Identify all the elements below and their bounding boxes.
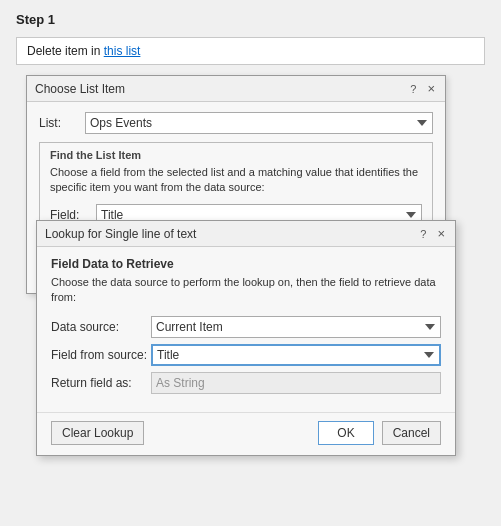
choose-dialog-title: Choose List Item	[35, 82, 125, 96]
data-source-label: Data source:	[51, 320, 151, 334]
lookup-dialog: Lookup for Single line of text ? × Field…	[36, 220, 456, 456]
data-source-select[interactable]: Current Item	[151, 316, 441, 338]
return-field-label: Return field as:	[51, 376, 151, 390]
delete-bar: Delete item in this list	[16, 37, 485, 65]
cancel-button[interactable]: Cancel	[382, 421, 441, 445]
lookup-dialog-footer: Clear Lookup OK Cancel	[37, 412, 455, 455]
list-select[interactable]: Ops Events	[85, 112, 433, 134]
lookup-dialog-body: Field Data to Retrieve Choose the data s…	[37, 247, 455, 412]
lookup-section-title: Field Data to Retrieve	[51, 257, 441, 271]
choose-dialog-help-button[interactable]: ?	[407, 83, 419, 95]
find-section-desc: Choose a field from the selected list an…	[50, 165, 422, 196]
lookup-dialog-close-button[interactable]: ×	[435, 226, 447, 241]
field-from-source-label: Field from source:	[51, 348, 151, 362]
choose-dialog-titlebar: Choose List Item ? ×	[27, 76, 445, 102]
clear-lookup-button[interactable]: Clear Lookup	[51, 421, 144, 445]
return-field-row: Return field as: As String	[51, 372, 441, 394]
footer-right-buttons: OK Cancel	[318, 421, 441, 445]
ok-button[interactable]: OK	[318, 421, 373, 445]
lookup-dialog-title: Lookup for Single line of text	[45, 227, 196, 241]
return-field-select[interactable]: As String	[151, 372, 441, 394]
list-label: List:	[39, 116, 85, 130]
step-panel: Step 1 Delete item in this list Choose L…	[0, 0, 501, 526]
step-title: Step 1	[16, 12, 485, 27]
list-field-row: List: Ops Events	[39, 112, 433, 134]
this-list-link[interactable]: this list	[104, 44, 141, 58]
choose-dialog-close-button[interactable]: ×	[425, 81, 437, 96]
field-from-source-row: Field from source: Title	[51, 344, 441, 366]
find-section-title: Find the List Item	[50, 149, 422, 161]
field-from-source-select[interactable]: Title	[151, 344, 441, 366]
lookup-dialog-titlebar: Lookup for Single line of text ? ×	[37, 221, 455, 247]
lookup-dialog-controls: ? ×	[417, 226, 447, 241]
lookup-dialog-help-button[interactable]: ?	[417, 228, 429, 240]
delete-text: Delete item in	[27, 44, 104, 58]
lookup-description: Choose the data source to perform the lo…	[51, 275, 441, 306]
choose-dialog-controls: ? ×	[407, 81, 437, 96]
data-source-row: Data source: Current Item	[51, 316, 441, 338]
